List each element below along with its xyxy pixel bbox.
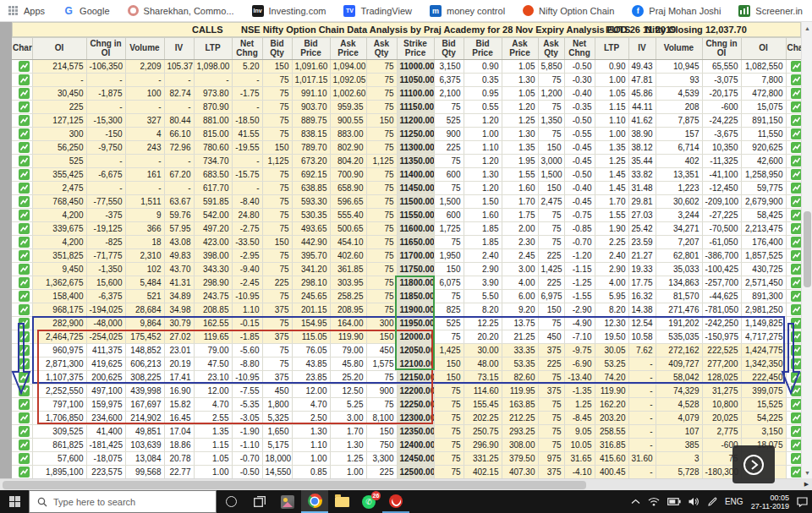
calls-chart-icon[interactable] bbox=[19, 412, 30, 423]
scroll-up-arrow[interactable]: ▲ bbox=[802, 22, 812, 34]
scroll-down-arrow[interactable]: ▼ bbox=[802, 467, 812, 478]
calls-chart-icon[interactable] bbox=[19, 210, 30, 221]
puts-chart-icon[interactable] bbox=[791, 426, 802, 437]
bookmark-investing[interactable]: Inv Investing.com bbox=[252, 5, 326, 17]
puts-ltp-cell: 53.25 bbox=[595, 357, 628, 371]
puts-chart-icon[interactable] bbox=[791, 439, 802, 450]
calls-bid-price-cell: 442.90 bbox=[292, 236, 330, 249]
calls-chart-icon[interactable] bbox=[19, 115, 30, 126]
calls-chart-icon[interactable] bbox=[19, 331, 30, 342]
puts-chart-icon[interactable] bbox=[791, 128, 802, 139]
calls-chart-icon[interactable] bbox=[19, 345, 30, 356]
calls-chart-icon[interactable] bbox=[19, 439, 30, 450]
calls-chart-icon[interactable] bbox=[19, 358, 30, 369]
puts-chart-icon[interactable] bbox=[791, 142, 802, 153]
puts-chart-icon[interactable] bbox=[791, 304, 802, 315]
tray-expand-button[interactable] bbox=[631, 490, 640, 513]
taskbar-search-input[interactable]: Type here to search bbox=[29, 490, 217, 513]
action-center-button[interactable] bbox=[797, 490, 808, 513]
puts-chart-icon[interactable] bbox=[791, 453, 802, 464]
puts-chart-icon[interactable] bbox=[791, 331, 802, 342]
calls-chart-icon[interactable] bbox=[19, 156, 30, 166]
pen-workspace-button[interactable] bbox=[707, 490, 717, 513]
puts-chart-icon[interactable] bbox=[791, 372, 802, 383]
network-button[interactable] bbox=[648, 490, 660, 513]
cortana-button[interactable] bbox=[217, 490, 245, 513]
puts-chart-icon[interactable] bbox=[791, 223, 802, 234]
puts-chart-icon[interactable] bbox=[791, 358, 802, 369]
calls-oi-cell: 225 bbox=[32, 101, 86, 114]
calls-chart-icon[interactable] bbox=[19, 88, 30, 99]
whatsapp-button[interactable]: ✆ 26 bbox=[355, 490, 382, 513]
taskbar-clock[interactable]: 00:05 27-11-2019 bbox=[751, 494, 789, 510]
calls-chart-icon[interactable] bbox=[19, 169, 30, 180]
puts-chart-icon[interactable] bbox=[791, 467, 802, 478]
calls-chart-icon[interactable] bbox=[19, 196, 30, 207]
scroll-right-arrow[interactable]: ▶ bbox=[801, 478, 812, 490]
puts-chart-icon[interactable] bbox=[791, 345, 802, 356]
file-explorer-button[interactable] bbox=[328, 490, 355, 513]
trading-app-button[interactable] bbox=[382, 490, 409, 513]
puts-chart-icon[interactable] bbox=[791, 210, 802, 221]
calls-chart-icon[interactable] bbox=[19, 101, 30, 112]
bookmark-tradingview[interactable]: TV TradingView bbox=[343, 5, 412, 17]
language-indicator[interactable]: ENG bbox=[725, 497, 743, 506]
calls-chart-icon[interactable] bbox=[19, 453, 30, 464]
calls-chart-icon[interactable] bbox=[19, 291, 30, 302]
calls-chart-icon[interactable] bbox=[19, 223, 30, 234]
bookmark-moneycontrol[interactable]: m money control bbox=[430, 5, 505, 17]
puts-chart-icon[interactable] bbox=[791, 250, 802, 261]
volume-button[interactable] bbox=[689, 490, 700, 513]
bookmark-google[interactable]: G Google bbox=[63, 5, 109, 17]
puts-chart-icon[interactable] bbox=[791, 61, 802, 72]
calls-chart-icon[interactable] bbox=[19, 264, 30, 275]
bookmark-praj-mohan-joshi[interactable]: f Praj Mohan Joshi bbox=[632, 5, 721, 17]
puts-chart-icon[interactable] bbox=[791, 115, 802, 126]
calls-chart-icon[interactable] bbox=[19, 250, 30, 261]
calls-chart-icon[interactable] bbox=[19, 277, 30, 288]
calls-chart-icon[interactable] bbox=[19, 142, 30, 153]
calls-chart-icon[interactable] bbox=[19, 467, 30, 478]
horizontal-scrollbar[interactable] bbox=[0, 478, 801, 490]
puts-chart-icon[interactable] bbox=[791, 385, 802, 396]
bookmark-nifty-option-chain[interactable]: Nifty Option Chain bbox=[523, 5, 614, 16]
puts-chart-icon[interactable] bbox=[791, 237, 802, 248]
calls-chart-icon[interactable] bbox=[19, 385, 30, 396]
scroll-next-button[interactable] bbox=[732, 445, 775, 483]
puts-chart-icon[interactable] bbox=[791, 156, 802, 166]
bookmark-sharekhan[interactable]: Sharekhan, Commo... bbox=[128, 5, 234, 16]
calls-chart-icon[interactable] bbox=[19, 128, 30, 139]
puts-chart-icon[interactable] bbox=[791, 169, 802, 180]
puts-volume-cell: 74,329 bbox=[656, 385, 702, 398]
chrome-app-button[interactable] bbox=[301, 490, 328, 513]
start-button[interactable] bbox=[0, 490, 29, 513]
bookmark-screener[interactable]: Screener.in bbox=[738, 5, 803, 17]
puts-chart-icon[interactable] bbox=[791, 88, 802, 99]
calls-chart-icon[interactable] bbox=[19, 183, 30, 194]
photos-app-button[interactable] bbox=[274, 490, 301, 513]
battery-button[interactable] bbox=[667, 490, 681, 513]
puts-chart-icon[interactable] bbox=[791, 412, 802, 423]
puts-chart-icon[interactable] bbox=[791, 399, 802, 410]
calls-chart-icon[interactable] bbox=[19, 426, 30, 437]
puts-chart-icon[interactable] bbox=[791, 101, 802, 112]
calls-chart-icon[interactable] bbox=[19, 399, 30, 410]
bookmark-apps[interactable]: Apps bbox=[7, 5, 45, 17]
task-view-button[interactable] bbox=[245, 490, 274, 513]
puts-chart-icon[interactable] bbox=[791, 277, 802, 288]
puts-chart-icon[interactable] bbox=[791, 264, 802, 275]
vertical-scrollbar-thumb[interactable] bbox=[804, 211, 811, 287]
calls-chart-icon[interactable] bbox=[19, 372, 30, 383]
vertical-scrollbar[interactable]: ▲ ▼ bbox=[801, 22, 812, 478]
puts-chart-icon[interactable] bbox=[791, 291, 802, 302]
puts-chart-icon[interactable] bbox=[791, 318, 802, 329]
calls-chart-icon[interactable] bbox=[19, 74, 30, 85]
calls-chart-icon[interactable] bbox=[19, 237, 30, 248]
horizontal-scrollbar-thumb[interactable] bbox=[3, 481, 586, 489]
calls-chart-icon[interactable] bbox=[19, 318, 30, 329]
puts-chart-icon[interactable] bbox=[791, 74, 802, 85]
puts-chart-icon[interactable] bbox=[791, 196, 802, 207]
calls-chart-icon[interactable] bbox=[19, 304, 30, 315]
puts-chart-icon[interactable] bbox=[791, 183, 802, 194]
calls-chart-icon[interactable] bbox=[19, 61, 30, 72]
